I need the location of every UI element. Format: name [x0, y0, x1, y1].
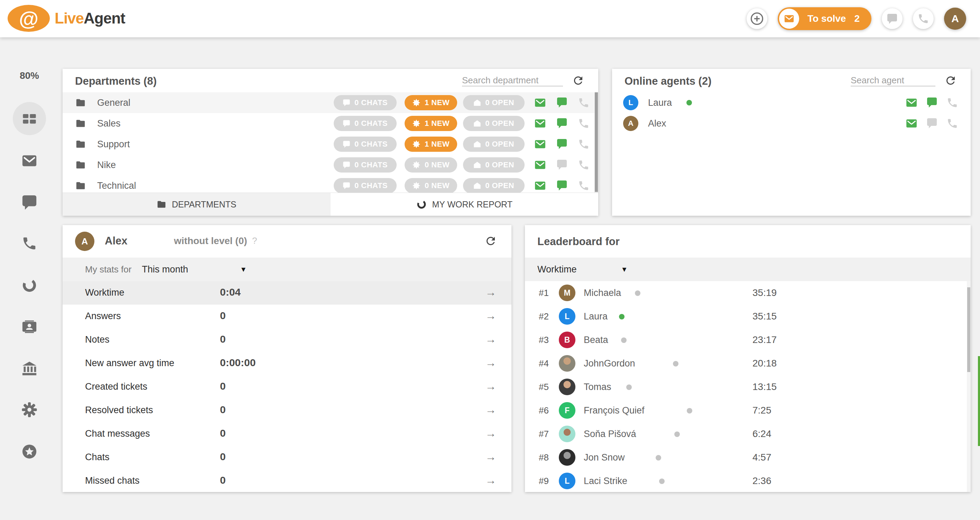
department-row[interactable]: Nike 0 CHATS 0 NEW 0 OPEN [63, 154, 598, 175]
arrow-right-icon[interactable]: → [485, 380, 496, 393]
arrow-right-icon[interactable]: → [485, 356, 496, 369]
logo-wordmark: LiveAgent [55, 10, 125, 27]
chat-agent-button[interactable] [926, 97, 937, 108]
search-department-input[interactable] [462, 75, 563, 86]
refresh-stats-button[interactable] [484, 235, 497, 247]
stat-row[interactable]: Chats 0 → [63, 446, 511, 469]
sidebar-item-calls[interactable] [0, 235, 59, 251]
stat-row[interactable]: Missed chats 0 → [63, 469, 511, 492]
call-department-button[interactable] [578, 180, 590, 192]
avatar: L [623, 95, 638, 110]
arrow-right-icon[interactable]: → [485, 404, 496, 416]
stat-value: 0 [220, 451, 226, 463]
chats-badge: 0 CHATS [334, 178, 397, 192]
chat-department-button[interactable] [557, 159, 568, 170]
leaderboard-row[interactable]: #5 Tomas 13:15 [525, 375, 970, 399]
email-agent-button[interactable] [906, 97, 917, 108]
email-department-button[interactable] [534, 180, 546, 192]
leaderboard-row[interactable]: #8 Jon Snow 4:57 [525, 446, 970, 469]
scrollbar-thumb[interactable] [967, 287, 970, 372]
leaderboard-title: Leaderboard for [538, 235, 620, 248]
arrow-right-icon[interactable]: → [485, 333, 496, 346]
add-button[interactable] [746, 8, 767, 29]
arrow-right-icon[interactable]: → [485, 474, 496, 487]
email-department-button[interactable] [534, 138, 546, 150]
leaderboard-row[interactable]: #7 Soňa Pišová 6:24 [525, 422, 970, 446]
sidebar-item-settings[interactable] [0, 402, 59, 418]
chat-department-button[interactable] [557, 180, 568, 191]
call-department-button[interactable] [578, 138, 590, 150]
agent-name: Laci Strike [584, 476, 627, 487]
leaderboard-row[interactable]: #4 JohnGordon 20:18 [525, 351, 970, 375]
department-row[interactable]: Sales 0 CHATS 1 NEW 0 OPEN [63, 113, 598, 134]
leaderboard-row[interactable]: #6 F François Quief 7:25 [525, 399, 970, 422]
sidebar-item-automation[interactable] [0, 277, 59, 293]
worktime-value: 7:25 [752, 405, 772, 416]
agent-name: François Quief [584, 405, 644, 416]
stat-value: 0:04 [220, 286, 241, 298]
call-agent-button[interactable] [947, 118, 958, 129]
email-department-button[interactable] [534, 97, 546, 108]
arrow-right-icon[interactable]: → [485, 450, 496, 463]
stat-row[interactable]: Worktime 0:04 → [63, 281, 511, 305]
departments-scrollbar[interactable] [595, 92, 598, 192]
leaderboard-row[interactable]: #3 B Beata 23:17 [525, 328, 970, 351]
user-avatar[interactable]: A [944, 8, 966, 30]
stat-row[interactable]: Answers 0 → [63, 305, 511, 328]
stat-row[interactable]: New answer avg time 0:00:00 → [63, 351, 511, 375]
chevron-down-icon[interactable]: ▼ [240, 266, 247, 274]
sidebar-item-chats[interactable] [0, 194, 59, 210]
department-row[interactable]: General 0 CHATS 1 NEW 0 OPEN [63, 92, 598, 113]
agent-row[interactable]: A Alex [612, 113, 970, 134]
email-department-button[interactable] [534, 118, 546, 129]
stat-row[interactable]: Resolved tickets 0 → [63, 399, 511, 422]
agent-row[interactable]: L Laura [612, 92, 970, 113]
period-select[interactable]: This month [142, 264, 188, 275]
tab-my-work-report[interactable]: MY WORK REPORT [331, 193, 598, 216]
chat-department-button[interactable] [557, 97, 568, 108]
metric-select[interactable]: Worktime [538, 264, 577, 275]
sidebar-item-customers[interactable] [0, 319, 59, 335]
refresh-agents-button[interactable] [944, 74, 957, 87]
offscreen-widget-edge [978, 356, 980, 446]
stats-for-label: My stats for [85, 264, 131, 275]
department-row[interactable]: Technical 0 CHATS 0 NEW 0 OPEN [63, 175, 598, 192]
leaderboard-row[interactable]: #9 L Laci Strike 2:36 [525, 469, 970, 492]
call-department-button[interactable] [578, 159, 590, 171]
liveagent-logo[interactable]: @ LiveAgent [8, 5, 125, 32]
rank-label: #5 [539, 382, 549, 393]
chat-department-button[interactable] [557, 138, 568, 149]
call-department-button[interactable] [578, 97, 590, 108]
stat-row[interactable]: Chat messages 0 → [63, 422, 511, 446]
refresh-departments-button[interactable] [572, 74, 584, 87]
email-department-button[interactable] [534, 159, 546, 171]
arrow-right-icon[interactable]: → [485, 286, 496, 299]
email-agent-button[interactable] [906, 118, 917, 129]
sidebar-item-rewards[interactable] [0, 444, 59, 460]
to-solve-button[interactable]: To solve 2 [778, 7, 872, 30]
department-row[interactable]: Support 0 CHATS 1 NEW 0 OPEN [63, 134, 598, 154]
calls-button[interactable] [913, 8, 934, 29]
arrow-right-icon[interactable]: → [485, 309, 496, 322]
sidebar-item-company[interactable] [0, 361, 59, 377]
tab-departments[interactable]: DEPARTMENTS [63, 193, 331, 216]
arrow-right-icon[interactable]: → [485, 427, 496, 440]
chat-department-button[interactable] [557, 118, 568, 129]
sidebar-item-tickets[interactable] [0, 153, 59, 169]
department-name: Support [97, 139, 130, 150]
chats-button[interactable] [882, 8, 902, 29]
leaderboard-row[interactable]: #2 L Laura 35:15 [525, 305, 970, 328]
chat-agent-button[interactable] [926, 118, 937, 129]
stat-row[interactable]: Created tickets 0 → [63, 375, 511, 399]
search-agent-input[interactable] [851, 75, 935, 86]
help-icon[interactable]: ? [252, 235, 257, 246]
scrollbar-thumb[interactable] [595, 92, 598, 192]
chevron-down-icon[interactable]: ▼ [621, 266, 628, 274]
leaderboard-row[interactable]: #1 M Michaela 35:19 [525, 281, 970, 305]
stat-row[interactable]: Notes 0 → [63, 328, 511, 351]
leaderboard-scrollbar[interactable] [967, 281, 970, 492]
rank-label: #8 [539, 452, 549, 463]
call-agent-button[interactable] [947, 97, 958, 108]
sidebar-item-dashboard[interactable] [13, 102, 46, 135]
call-department-button[interactable] [578, 118, 590, 129]
